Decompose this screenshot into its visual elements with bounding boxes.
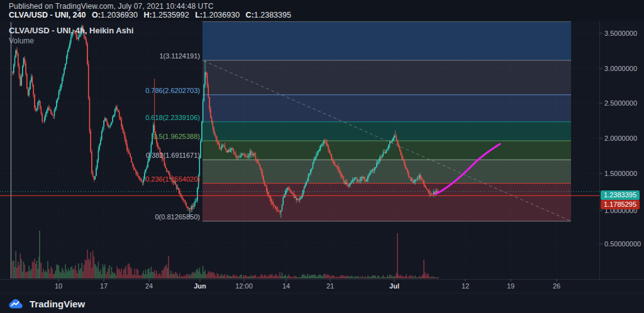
volume-bars — [12, 231, 438, 278]
time-tick-26: 26 — [553, 282, 560, 290]
chart-legend-title[interactable]: CLVA/USD - UNI, 4h, Heikin Ashi — [9, 26, 133, 35]
price-tick-3.5000000: 3.5000000 — [604, 30, 637, 37]
time-tick-12:00: 12:00 — [235, 282, 253, 290]
fib-label-0.382: 0.382(1.6911671) — [146, 151, 200, 159]
price-tick-2.0000000: 2.0000000 — [604, 135, 637, 142]
tradingview-cloud-logo-icon[interactable] — [8, 298, 25, 309]
horizontal-line-price-badge: 1.1785295 — [601, 200, 640, 209]
price-chart-canvas[interactable] — [0, 0, 644, 313]
time-tick-21: 21 — [326, 282, 334, 290]
price-tick-1.5000000: 1.5000000 — [604, 170, 637, 177]
time-tick-Jul: Jul — [389, 282, 399, 290]
fib-label-0.236: 0.236(1.3554020) — [145, 175, 200, 183]
time-tick-19: 19 — [507, 282, 514, 290]
fib-label-0: 0(0.81265850) — [155, 213, 200, 221]
tradingview-published-chart: Published on TradingView.com, July 07, 2… — [0, 0, 644, 313]
price-tick-2.5000000: 2.5000000 — [604, 99, 637, 107]
footer-bar: TradingView — [0, 293, 644, 313]
time-tick-17: 17 — [100, 282, 108, 290]
tradingview-wordmark[interactable]: TradingView — [30, 299, 85, 309]
time-tick-14: 14 — [282, 282, 290, 290]
fib-label-0.618: 0.618(2.2339106) — [145, 114, 200, 121]
time-tick-10: 10 — [55, 282, 62, 290]
volume-indicator-label[interactable]: Volume — [9, 36, 34, 45]
fib-label-1: 1(3.1124191) — [159, 52, 200, 60]
time-tick-Jun: Jun — [194, 282, 206, 290]
price-tick-3.0000000: 3.0000000 — [604, 65, 637, 72]
price-tick-0.50000000: 0.50000000 — [604, 240, 641, 248]
last-price-badge: 1.2383395 — [601, 190, 640, 200]
time-tick-12: 12 — [462, 282, 469, 290]
time-tick-24: 24 — [145, 282, 153, 290]
fib-label-0.5: 0.5(1.9625388) — [153, 133, 200, 140]
fib-label-0.786: 0.786(2.6202703) — [145, 87, 200, 94]
